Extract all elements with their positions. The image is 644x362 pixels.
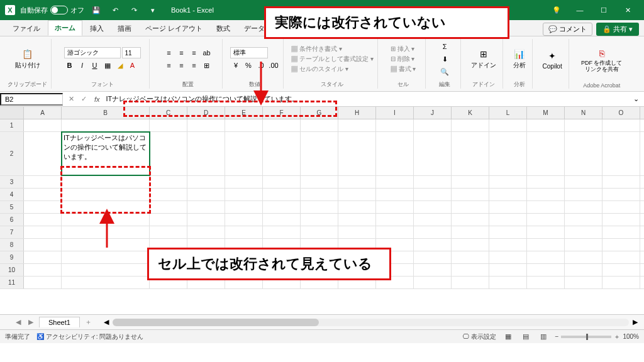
share-button[interactable]: 🔒 共有 ▾ — [596, 23, 639, 36]
scroll-right-icon[interactable]: ▶ — [633, 318, 638, 326]
cell-F5[interactable] — [263, 201, 301, 213]
italic-button[interactable]: I — [77, 60, 88, 71]
cell-styles-button[interactable]: ▦ セルのスタイル ▾ — [291, 65, 374, 74]
align-left-button[interactable]: ≡ — [164, 60, 175, 71]
cell-I2[interactable] — [376, 132, 414, 175]
format-cells-button[interactable]: ▦ 書式 ▾ — [391, 65, 416, 74]
expand-formula-icon[interactable]: ⌄ — [630, 94, 641, 105]
cell-N7[interactable] — [565, 226, 602, 238]
col-header-C[interactable]: C — [150, 107, 187, 119]
cell-N1[interactable] — [565, 119, 602, 131]
cell-I3[interactable] — [376, 176, 414, 188]
cell-I5[interactable] — [376, 201, 414, 213]
cell-O7[interactable] — [602, 226, 640, 238]
zoom-out-icon[interactable]: − — [555, 333, 559, 340]
row-header-1[interactable]: 1 — [0, 119, 24, 131]
align-center-button[interactable]: ≡ — [176, 60, 187, 71]
number-format-select[interactable] — [230, 47, 268, 58]
col-header-G[interactable]: G — [301, 107, 338, 119]
cell-G3[interactable] — [301, 176, 338, 188]
percent-button[interactable]: % — [243, 60, 254, 71]
cell-J11[interactable] — [414, 277, 452, 288]
cell-G2[interactable] — [301, 132, 338, 175]
cell-D7[interactable] — [187, 226, 225, 238]
align-middle-button[interactable]: ≡ — [176, 47, 187, 58]
cell-K2[interactable] — [452, 132, 489, 175]
cell-L8[interactable] — [489, 239, 527, 251]
redo-icon[interactable]: ↷ — [127, 3, 141, 17]
row-header-8[interactable]: 8 — [0, 239, 24, 251]
col-header-L[interactable]: L — [489, 107, 527, 119]
cell-M8[interactable] — [527, 239, 565, 251]
cancel-icon[interactable]: ✕ — [65, 94, 77, 105]
cell-A2[interactable] — [24, 132, 62, 175]
cell-F2[interactable] — [263, 132, 301, 175]
view-normal-icon[interactable]: ▦ — [502, 331, 514, 343]
add-sheet-button[interactable]: ＋ — [82, 316, 95, 329]
cell-H5[interactable] — [338, 201, 376, 213]
cell-C1[interactable] — [150, 119, 187, 131]
cell-F7[interactable] — [263, 226, 301, 238]
cell-M7[interactable] — [527, 226, 565, 238]
tab-draw[interactable]: 描画 — [111, 21, 138, 36]
cell-L11[interactable] — [489, 277, 527, 288]
row-header-3[interactable]: 3 — [0, 176, 24, 188]
delete-cells-button[interactable]: ⊟ 削除 ▾ — [391, 55, 416, 63]
cell-A3[interactable] — [24, 176, 62, 188]
cell-O6[interactable] — [602, 214, 640, 226]
insert-cells-button[interactable]: ⊞ 挿入 ▾ — [391, 45, 416, 53]
row-header-7[interactable]: 7 — [0, 226, 24, 238]
cell-E6[interactable] — [225, 214, 263, 226]
cell-O9[interactable] — [602, 251, 640, 263]
cell-N11[interactable] — [565, 277, 602, 288]
row-header-5[interactable]: 5 — [0, 201, 24, 213]
sheet-prev-icon[interactable]: ◀ — [13, 317, 24, 328]
align-right-button[interactable]: ≡ — [189, 60, 200, 71]
cell-M6[interactable] — [527, 214, 565, 226]
row-header-4[interactable]: 4 — [0, 189, 24, 200]
cell-C4[interactable] — [150, 189, 187, 200]
cell-O1[interactable] — [602, 119, 640, 131]
cell-C3[interactable] — [150, 176, 187, 188]
cell-B4[interactable] — [62, 189, 150, 200]
cell-H7[interactable] — [338, 226, 376, 238]
sheet-tab[interactable]: Sheet1 — [39, 317, 80, 327]
wrap-text-button[interactable]: ab — [201, 47, 213, 58]
cell-K10[interactable] — [452, 264, 489, 276]
cell-N4[interactable] — [565, 189, 602, 200]
cell-J3[interactable] — [414, 176, 452, 188]
cell-C6[interactable] — [150, 214, 187, 226]
cell-N3[interactable] — [565, 176, 602, 188]
col-header-O[interactable]: O — [602, 107, 640, 119]
col-header-B[interactable]: B — [62, 107, 150, 119]
cell-J7[interactable] — [414, 226, 452, 238]
cell-N8[interactable] — [565, 239, 602, 251]
view-pagebreak-icon[interactable]: ▥ — [538, 331, 549, 343]
tab-insert[interactable]: 挿入 — [84, 21, 110, 36]
cell-G4[interactable] — [301, 189, 338, 200]
cell-N5[interactable] — [565, 201, 602, 213]
cell-A8[interactable] — [24, 239, 62, 251]
cell-O4[interactable] — [602, 189, 640, 200]
minimize-button[interactable]: — — [569, 3, 591, 18]
align-top-button[interactable]: ≡ — [164, 47, 175, 58]
cell-L10[interactable] — [489, 264, 527, 276]
tab-home[interactable]: ホーム — [48, 20, 82, 36]
cell-D1[interactable] — [187, 119, 225, 131]
col-header-D[interactable]: D — [187, 107, 225, 119]
cell-J9[interactable] — [414, 251, 452, 263]
cell-F6[interactable] — [263, 214, 301, 226]
merge-button[interactable]: ⊞ — [201, 60, 213, 71]
row-header-11[interactable]: 11 — [0, 277, 24, 288]
cell-J2[interactable] — [414, 132, 452, 175]
table-format-button[interactable]: ▦ テーブルとして書式設定 ▾ — [291, 55, 374, 63]
cell-L2[interactable] — [489, 132, 527, 175]
cell-J8[interactable] — [414, 239, 452, 251]
cell-A5[interactable] — [24, 201, 62, 213]
cell-O10[interactable] — [602, 264, 640, 276]
analyze-button[interactable]: 📊 分析 — [511, 46, 528, 72]
enter-icon[interactable]: ✓ — [78, 94, 89, 105]
close-button[interactable]: ✕ — [616, 3, 639, 18]
horizontal-scrollbar[interactable]: ◀ ▶ — [97, 318, 644, 326]
cond-format-button[interactable]: ▦ 条件付き書式 ▾ — [291, 45, 374, 53]
